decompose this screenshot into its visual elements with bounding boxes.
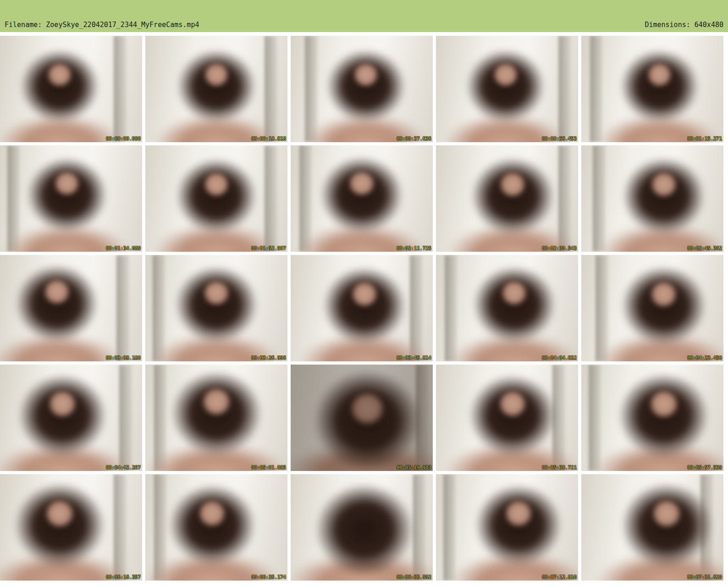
video-thumbnail: 00:06:53.992 [291,474,433,581]
metadata-header: Filename: ZoeySkye_22042017_2344_MyFreeC… [0,0,728,32]
timestamp-overlay: 00:03:26.996 [251,355,286,360]
video-thumbnail: 00:06:35.174 [145,474,287,581]
video-thumbnail: 00:03:45.814 [291,255,433,361]
thumbnail-image [581,365,723,471]
video-thumbnail: 00:03:08.180 [0,255,142,361]
timestamp-overlay: 00:01:52.907 [251,246,286,251]
thumbnail-image [436,474,578,581]
video-thumbnail: 00:01:15.271 [581,36,723,142]
thumbnail-image [0,474,142,581]
timestamp-overlay: 00:06:53.992 [397,575,431,580]
timestamp-overlay: 00:01:15.271 [687,136,722,141]
timestamp-overlay: 00:03:08.180 [106,355,141,360]
video-thumbnail: 00:02:30.543 [436,145,578,252]
timestamp-overlay: 00:00:56.453 [542,136,577,141]
timestamp-overlay: 00:00:37.636 [397,136,431,141]
thumbnail-image [145,474,287,581]
thumbnail-image [145,145,287,252]
timestamp-overlay: 00:04:04.632 [542,355,577,360]
timestamp-overlay: 00:07:31.629 [687,575,722,580]
timestamp-overlay: 00:06:16.357 [106,575,141,580]
timestamp-overlay: 00:02:30.543 [542,246,577,251]
thumbnail-image [291,474,433,581]
thumbnail-image [145,36,287,142]
video-thumbnail: 00:04:04.632 [436,255,578,361]
video-thumbnail: 00:06:16.357 [0,474,142,581]
video-thumbnail: 00:07:12.810 [436,474,578,581]
thumbnail-image [145,365,287,471]
video-thumbnail: 00:05:38.721 [436,365,578,471]
thumbnail-image [0,36,142,142]
thumbnail-image [0,255,142,361]
dimensions-text: Dimensions: 640x480 [620,21,723,30]
video-thumbnail: 00:05:19.903 [291,365,433,471]
video-thumbnail: 00:01:34.089 [0,145,142,252]
thumbnail-image [0,365,142,471]
timestamp-overlay: 00:05:01.085 [251,465,286,470]
timestamp-overlay: 00:01:34.089 [106,246,141,251]
video-thumbnail: 00:00:37.636 [291,36,433,142]
thumbnail-image [581,474,723,581]
timestamp-overlay: 00:06:35.174 [251,575,286,580]
video-thumbnail: 00:05:01.085 [145,365,287,471]
timestamp-overlay: 00:00:00.000 [106,136,141,141]
thumbnail-grid: 00:00:00.000 00:00:18.818 00:00:37.636 0… [0,36,728,581]
thumbnail-image [291,365,433,471]
video-thumbnail: 00:01:52.907 [145,145,287,252]
thumbnail-image [581,36,723,142]
thumbnail-image [291,145,433,252]
thumbnail-image [0,145,142,252]
timestamp-overlay: 00:00:18.818 [251,136,286,141]
metadata-left-column: Filename: ZoeySkye_22042017_2344_MyFreeC… [5,3,199,32]
thumbnail-image [145,255,287,361]
video-thumbnail: 00:02:11.725 [291,145,433,252]
thumbnail-image [581,255,723,361]
timestamp-overlay: 00:05:38.721 [542,465,577,470]
video-thumbnail: 00:05:57.539 [581,365,723,471]
timestamp-overlay: 00:05:57.539 [687,465,722,470]
thumbnail-image [436,255,578,361]
thumbnail-image [291,36,433,142]
thumbnail-image [436,145,578,252]
timestamp-overlay: 00:07:12.810 [542,575,577,580]
thumbnail-image [581,145,723,252]
timestamp-overlay: 00:04:42.267 [106,465,141,470]
thumbnail-image [436,36,578,142]
video-thumbnail: 00:04:23.450 [581,255,723,361]
metadata-right-column: Dimensions: 640x480 Format: h264 / aac (… [620,3,723,32]
timestamp-overlay: 00:05:19.903 [397,465,431,470]
timestamp-overlay: 00:03:45.814 [397,355,431,360]
thumbnail-image [436,365,578,471]
timestamp-overlay: 00:02:11.725 [397,246,431,251]
thumbnail-image [291,255,433,361]
timestamp-overlay: 00:04:23.450 [687,355,722,360]
filename-text: Filename: ZoeySkye_22042017_2344_MyFreeC… [5,21,199,30]
video-thumbnail: 00:07:31.629 [581,474,723,581]
video-thumbnail: 00:04:42.267 [0,365,142,471]
video-thumbnail: 00:00:18.818 [145,36,287,142]
video-thumbnail: 00:02:49.362 [581,145,723,252]
video-thumbnail: 00:00:56.453 [436,36,578,142]
video-thumbnail: 00:03:26.996 [145,255,287,361]
timestamp-overlay: 00:02:49.362 [687,246,722,251]
video-thumbnail: 00:00:00.000 [0,36,142,142]
